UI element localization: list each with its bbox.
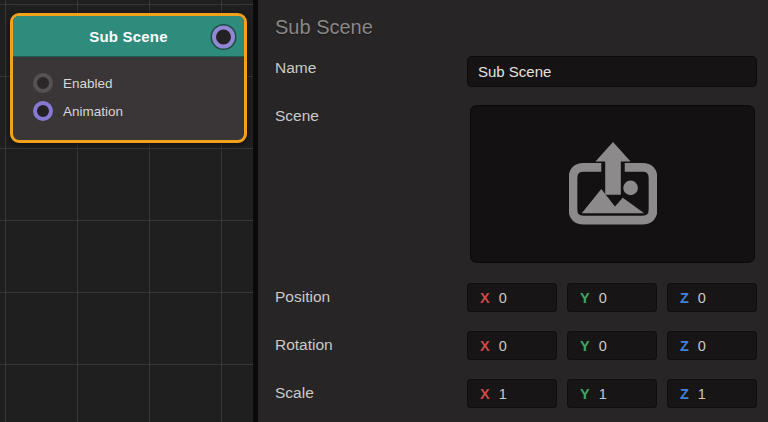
enabled-port-icon[interactable] xyxy=(33,73,53,93)
node-graph-canvas[interactable]: Sub Scene Enabled Animation xyxy=(0,0,253,422)
photo-upload-icon xyxy=(569,142,657,226)
scale-y-value: 1 xyxy=(599,386,607,402)
rotation-y-value: 0 xyxy=(599,338,607,354)
z-axis-label: Z xyxy=(680,386,689,402)
scale-x-field[interactable]: X 1 xyxy=(467,379,557,408)
node-input-animation[interactable]: Animation xyxy=(13,97,244,125)
animation-port-icon[interactable] xyxy=(33,101,53,121)
inspector-panel: Sub Scene Name Sub Scene Scene Position … xyxy=(258,0,768,422)
name-label: Name xyxy=(275,59,316,77)
rotation-z-value: 0 xyxy=(698,338,706,354)
animation-port-label: Animation xyxy=(63,104,123,119)
node-title: Sub Scene xyxy=(89,28,168,45)
position-x-field[interactable]: X 0 xyxy=(467,283,557,312)
z-axis-label: Z xyxy=(680,338,689,354)
position-y-value: 0 xyxy=(599,290,607,306)
node-header[interactable]: Sub Scene xyxy=(13,16,244,57)
enabled-port-label: Enabled xyxy=(63,76,113,91)
scale-y-field[interactable]: Y 1 xyxy=(567,379,657,408)
position-y-field[interactable]: Y 0 xyxy=(567,283,657,312)
name-input[interactable]: Sub Scene xyxy=(467,56,757,87)
y-axis-label: Y xyxy=(580,290,590,306)
scale-row: X 1 Y 1 Z 1 xyxy=(467,379,757,408)
rotation-x-value: 0 xyxy=(499,338,507,354)
node-output-port-icon[interactable] xyxy=(212,25,235,48)
app-window: Sub Scene Enabled Animation Sub Scene Na… xyxy=(0,0,768,422)
node-input-enabled[interactable]: Enabled xyxy=(13,69,244,97)
node-sub-scene[interactable]: Sub Scene Enabled Animation xyxy=(10,13,247,143)
name-input-value: Sub Scene xyxy=(478,63,551,80)
position-row: X 0 Y 0 Z 0 xyxy=(467,283,757,312)
position-z-field[interactable]: Z 0 xyxy=(667,283,757,312)
scale-label: Scale xyxy=(275,384,314,402)
rotation-y-field[interactable]: Y 0 xyxy=(567,331,657,360)
scale-z-field[interactable]: Z 1 xyxy=(667,379,757,408)
position-z-value: 0 xyxy=(698,290,706,306)
position-x-value: 0 xyxy=(499,290,507,306)
z-axis-label: Z xyxy=(680,290,689,306)
x-axis-label: X xyxy=(480,338,490,354)
y-axis-label: Y xyxy=(580,386,590,402)
rotation-x-field[interactable]: X 0 xyxy=(467,331,557,360)
scale-x-value: 1 xyxy=(499,386,507,402)
rotation-row: X 0 Y 0 Z 0 xyxy=(467,331,757,360)
node-body: Enabled Animation xyxy=(13,57,244,125)
scene-drop-area[interactable] xyxy=(470,105,755,263)
scale-z-value: 1 xyxy=(698,386,706,402)
rotation-z-field[interactable]: Z 0 xyxy=(667,331,757,360)
x-axis-label: X xyxy=(480,386,490,402)
scene-label: Scene xyxy=(275,107,319,125)
position-label: Position xyxy=(275,288,330,306)
x-axis-label: X xyxy=(480,290,490,306)
rotation-label: Rotation xyxy=(275,336,333,354)
inspector-title: Sub Scene xyxy=(275,16,373,39)
y-axis-label: Y xyxy=(580,338,590,354)
